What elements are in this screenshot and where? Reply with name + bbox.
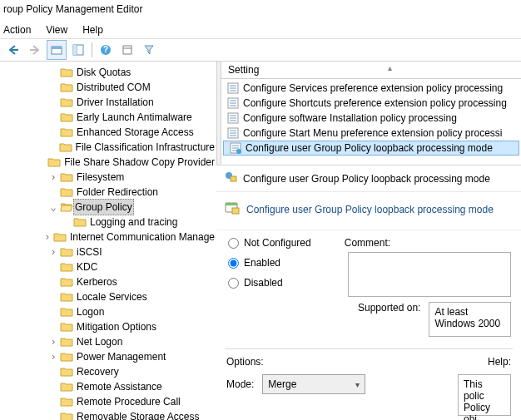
folder-icon [60,126,73,139]
setting-icon [226,126,240,140]
tree-item[interactable]: ›File Classification Infrastructure [0,140,216,155]
dialog-heading: Configure user Group Policy loopback pro… [246,204,494,215]
tree-item[interactable]: ›Removable Storage Access [0,409,216,420]
svg-rect-31 [231,176,236,181]
svg-rect-34 [232,208,239,214]
tree-item[interactable]: ›Net Logon [0,334,216,349]
folder-icon [60,260,73,274]
tree-item[interactable]: ›Power Management [0,349,216,364]
tree-item-label: Early Launch Antimalware [75,110,194,125]
tree-item[interactable]: ›Folder Redirection [0,185,216,200]
tree-item[interactable]: ›Disk Quotas [0,65,216,80]
up-button[interactable] [47,40,67,60]
folder-icon [60,350,73,363]
help-button[interactable]: ? [96,40,116,60]
tree-item[interactable]: ›File Share Shadow Copy Provider [0,155,216,170]
svg-text:?: ? [103,45,108,54]
tree-item[interactable]: ›Early Launch Antimalware [0,110,216,125]
comment-textarea[interactable] [348,252,511,297]
tree-item[interactable]: ›Internet Communication Manage [0,230,216,245]
list-row[interactable]: Configure Services preference extension … [221,81,521,96]
list-row-label: Configure Shortcuts preference extension… [243,97,507,109]
tree-item-label: Internet Communication Manage [68,230,216,245]
tree-item-label: Driver Installation [75,95,156,110]
folder-icon [60,275,73,289]
svg-point-29 [236,149,241,154]
list-row[interactable]: Configure Shortcuts preference extension… [221,96,521,111]
tree-item[interactable]: ›Distributed COM [0,80,216,95]
list-row-label: Configure user Group Policy loopback pro… [246,142,493,154]
tree-item-label: Folder Redirection [75,185,160,200]
tree-item-label: Recovery [75,364,121,379]
radio-enabled[interactable]: Enabled [228,257,311,269]
expand-icon[interactable]: › [47,349,60,364]
folder-icon [60,81,73,94]
toolbar: ? [0,38,521,62]
radio-not-configured[interactable]: Not Configured [228,237,311,249]
expand-icon[interactable]: › [47,334,60,349]
tree-item-label: Remote Procedure Call [75,394,182,409]
svg-rect-4 [73,45,77,55]
back-button[interactable] [3,40,23,60]
menu-action[interactable]: Action [3,24,31,36]
radio-disabled[interactable]: Disabled [228,277,311,289]
mode-select[interactable]: Merge ▾ [262,374,365,394]
tree-item[interactable]: ›Kerberos [0,274,216,289]
list-row-label: Configure software Installation policy p… [243,112,457,124]
expand-icon[interactable]: ⌄ [47,200,60,215]
column-setting[interactable]: Setting [228,64,259,76]
supported-on-label: Supported on: [358,302,420,314]
list-row[interactable]: Configure user Group Policy loopback pro… [223,141,519,156]
tree-item[interactable]: ›Logging and tracing [0,215,216,230]
tree-item-label: Kerberos [75,274,119,289]
tree-item[interactable]: ›Mitigation Options [0,319,216,334]
folder-icon [60,335,73,348]
show-hide-tree-button[interactable] [68,40,88,60]
tree-item[interactable]: ›Remote Assistance [0,379,216,394]
folder-icon [60,320,73,334]
tree-item-label: Power Management [75,349,167,364]
folder-icon [60,305,73,319]
tree-pane[interactable]: ›Disk Quotas›Distributed COM›Driver Inst… [0,62,216,420]
folder-icon [60,66,73,79]
list-row[interactable]: Configure software Installation policy p… [221,111,521,126]
tree-item[interactable]: ›Driver Installation [0,95,216,110]
folder-icon [60,410,73,420]
tree-item[interactable]: ›Logon [0,304,216,319]
menu-view[interactable]: View [46,24,67,36]
tree-item[interactable]: ›KDC [0,259,216,274]
help-label: Help: [488,356,511,368]
tree-item-label: Net Logon [75,334,124,349]
settings-list[interactable]: Configure Services preference extension … [221,79,521,156]
setting-icon [225,200,240,218]
tree-item[interactable]: ›Enhanced Storage Access [0,125,216,140]
tree-item[interactable]: ›Filesystem [0,170,216,185]
tree-item-label: Mitigation Options [75,319,158,334]
tree-item-label: Enhanced Storage Access [75,125,196,140]
tree-item[interactable]: ›Locale Services [0,289,216,304]
tree-item[interactable]: ›iSCSI [0,245,216,259]
folder-icon [60,290,73,304]
supported-on-value: At least Windows 2000 [429,302,511,337]
filter-button[interactable] [139,40,159,60]
list-row[interactable]: Configure Start Menu preference extensio… [221,126,521,141]
expand-icon[interactable]: › [47,245,60,259]
list-header[interactable]: Setting ▴ [221,62,521,79]
tree-item[interactable]: ⌄Group Policy [0,200,216,215]
tree-item[interactable]: ›Recovery [0,364,216,379]
tree-item-label: Group Policy [73,199,134,215]
comment-label: Comment: [345,237,511,249]
setting-icon [226,111,240,125]
expand-icon[interactable]: › [47,170,60,185]
tree-item-label: File Share Shadow Copy Provider [62,155,216,170]
tree-item-label: Logging and tracing [88,215,179,230]
folder-icon [60,96,73,109]
properties-button[interactable] [117,40,137,60]
menu-help[interactable]: Help [82,24,103,36]
tree-item-label: Filesystem [75,170,126,185]
tree-item-label: Remote Assistance [75,379,164,394]
forward-button[interactable] [25,40,45,60]
expand-icon[interactable]: › [42,230,53,245]
folder-icon [60,200,73,214]
tree-item[interactable]: ›Remote Procedure Call [0,394,216,409]
